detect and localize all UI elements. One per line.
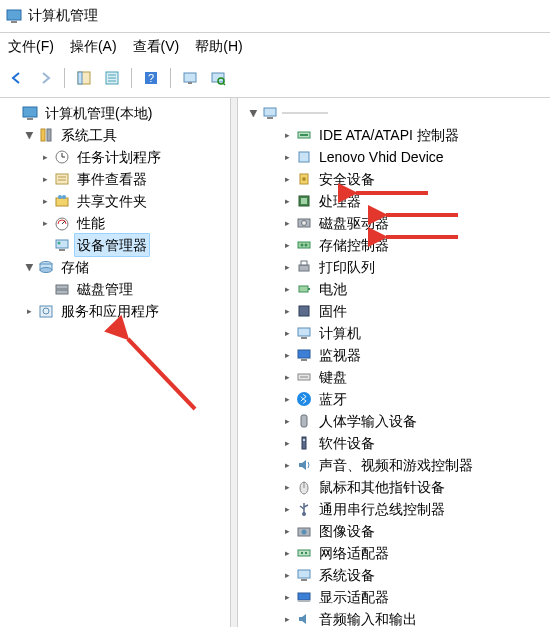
expander-icon[interactable]: ▸ bbox=[280, 414, 294, 428]
expander-icon[interactable]: ▸ bbox=[280, 326, 294, 340]
services-apps-icon bbox=[38, 303, 54, 319]
svg-point-51 bbox=[302, 221, 307, 226]
svg-rect-79 bbox=[301, 552, 303, 554]
mouse-icon bbox=[296, 479, 312, 495]
device-display[interactable]: ▸ 显示适配器 bbox=[240, 586, 550, 608]
expander-icon[interactable]: ▸ bbox=[280, 348, 294, 362]
refresh-button[interactable] bbox=[177, 65, 203, 91]
scan-button[interactable] bbox=[205, 65, 231, 91]
expander-icon[interactable]: ▸ bbox=[280, 260, 294, 274]
hid-icon bbox=[296, 413, 312, 429]
properties-button[interactable] bbox=[99, 65, 125, 91]
menu-action[interactable]: 操作(A) bbox=[66, 36, 129, 58]
tree-shared-folders[interactable]: ▸ 共享文件夹 bbox=[2, 190, 230, 212]
tree-storage[interactable]: ⯆ 存储 bbox=[2, 256, 230, 278]
device-bluetooth[interactable]: ▸ 蓝牙 bbox=[240, 388, 550, 410]
expander-icon[interactable]: ▸ bbox=[280, 216, 294, 230]
tree-performance[interactable]: ▸ 性能 bbox=[2, 212, 230, 234]
expander-icon[interactable]: ▸ bbox=[280, 612, 294, 626]
splitter[interactable] bbox=[231, 98, 238, 627]
svg-rect-58 bbox=[308, 288, 310, 290]
expander-icon[interactable]: ▸ bbox=[38, 194, 52, 208]
expander-icon[interactable]: ▸ bbox=[38, 172, 52, 186]
device-sound[interactable]: ▸ 声音、视频和游戏控制器 bbox=[240, 454, 550, 476]
forward-button[interactable] bbox=[32, 65, 58, 91]
tree-task-scheduler[interactable]: ▸ 任务计划程序 bbox=[2, 146, 230, 168]
tree-event-viewer[interactable]: ▸ 事件查看器 bbox=[2, 168, 230, 190]
device-firmware[interactable]: ▸ 固件 bbox=[240, 300, 550, 322]
monitor-icon bbox=[296, 347, 312, 363]
expander-icon[interactable]: ▸ bbox=[280, 480, 294, 494]
device-lenovo-vhid[interactable]: ▸ Lenovo Vhid Device bbox=[240, 146, 550, 168]
expander-icon[interactable]: ▸ bbox=[280, 568, 294, 582]
network-adapter-icon bbox=[296, 545, 312, 561]
event-viewer-icon bbox=[54, 171, 70, 187]
expander-icon[interactable]: ⯆ bbox=[246, 106, 260, 120]
svg-rect-67 bbox=[301, 415, 307, 427]
device-usb[interactable]: ▸ 通用串行总线控制器 bbox=[240, 498, 550, 520]
device-monitors[interactable]: ▸ 监视器 bbox=[240, 344, 550, 366]
printer-icon bbox=[296, 259, 312, 275]
svg-rect-55 bbox=[299, 265, 309, 271]
device-software[interactable]: ▸ 软件设备 bbox=[240, 432, 550, 454]
tree-label: 存储控制器 bbox=[316, 233, 392, 257]
expander-icon[interactable]: ▸ bbox=[280, 590, 294, 604]
expander-icon[interactable]: ▸ bbox=[280, 370, 294, 384]
device-security[interactable]: ▸ 安全设备 bbox=[240, 168, 550, 190]
tree-label: 网络适配器 bbox=[316, 541, 392, 565]
tree-device-manager[interactable]: 设备管理器 bbox=[2, 234, 230, 256]
device-hid[interactable]: ▸ 人体学输入设备 bbox=[240, 410, 550, 432]
expander-icon[interactable]: ▸ bbox=[280, 172, 294, 186]
tree-services-apps[interactable]: ▸ 服务和应用程序 bbox=[2, 300, 230, 322]
svg-point-27 bbox=[62, 195, 66, 199]
device-system[interactable]: ▸ 系统设备 bbox=[240, 564, 550, 586]
tree-label: 通用串行总线控制器 bbox=[316, 497, 448, 521]
expander-icon[interactable]: ▸ bbox=[280, 436, 294, 450]
device-mice[interactable]: ▸ 鼠标和其他指针设备 bbox=[240, 476, 550, 498]
device-keyboards[interactable]: ▸ 键盘 bbox=[240, 366, 550, 388]
back-button[interactable] bbox=[4, 65, 30, 91]
expander-icon[interactable]: ▸ bbox=[280, 194, 294, 208]
device-computer[interactable]: ▸ 计算机 bbox=[240, 322, 550, 344]
menu-help[interactable]: 帮助(H) bbox=[191, 36, 254, 58]
device-processors[interactable]: ▸ 处理器 bbox=[240, 190, 550, 212]
expander-icon[interactable]: ▸ bbox=[280, 238, 294, 252]
console-tree[interactable]: 计算机管理(本地) ⯆ 系统工具 ▸ 任务计划程序 ▸ bbox=[0, 98, 230, 326]
expander-icon[interactable]: ▸ bbox=[280, 458, 294, 472]
tree-disk-management[interactable]: 磁盘管理 bbox=[2, 278, 230, 300]
tree-system-tools[interactable]: ⯆ 系统工具 bbox=[2, 124, 230, 146]
device-batteries[interactable]: ▸ 电池 bbox=[240, 278, 550, 300]
menu-view[interactable]: 查看(V) bbox=[129, 36, 192, 58]
show-hide-tree-button[interactable] bbox=[71, 65, 97, 91]
expander-icon[interactable]: ▸ bbox=[280, 546, 294, 560]
device-tree[interactable]: ⯆ ▸ IDE ATA/ATAPI 控制器 ▸ Lenovo Vhid Devi… bbox=[238, 98, 550, 627]
expander-icon[interactable]: ▸ bbox=[280, 128, 294, 142]
expander-icon[interactable]: ▸ bbox=[280, 282, 294, 296]
expander-icon[interactable]: ▸ bbox=[280, 150, 294, 164]
tree-root-computer-management[interactable]: 计算机管理(本地) bbox=[2, 102, 230, 124]
menu-file[interactable]: 文件(F) bbox=[4, 36, 66, 58]
device-storage-controllers[interactable]: ▸ 存储控制器 bbox=[240, 234, 550, 256]
expander-icon[interactable]: ⯆ bbox=[22, 260, 36, 274]
device-imaging[interactable]: ▸ 图像设备 bbox=[240, 520, 550, 542]
tree-label: 磁盘管理 bbox=[74, 277, 136, 301]
expander-icon[interactable]: ⯆ bbox=[22, 128, 36, 142]
device-disk-drives[interactable]: ▸ 磁盘驱动器 bbox=[240, 212, 550, 234]
expander-icon[interactable]: ▸ bbox=[280, 502, 294, 516]
svg-rect-1 bbox=[11, 21, 17, 23]
tree-label: 存储 bbox=[58, 255, 92, 279]
expander-icon[interactable]: ▸ bbox=[38, 150, 52, 164]
expander-icon[interactable]: ▸ bbox=[280, 392, 294, 406]
device-audio-io[interactable]: ▸ 音频输入和输出 bbox=[240, 608, 550, 627]
expander-icon[interactable]: ▸ bbox=[38, 216, 52, 230]
expander-icon[interactable]: ▸ bbox=[280, 304, 294, 318]
sound-icon bbox=[296, 457, 312, 473]
expander-icon[interactable]: ▸ bbox=[280, 524, 294, 538]
device-print-queues[interactable]: ▸ 打印队列 bbox=[240, 256, 550, 278]
device-ide[interactable]: ▸ IDE ATA/ATAPI 控制器 bbox=[240, 124, 550, 146]
left-tree-pane: 计算机管理(本地) ⯆ 系统工具 ▸ 任务计划程序 ▸ bbox=[0, 98, 231, 627]
device-network[interactable]: ▸ 网络适配器 bbox=[240, 542, 550, 564]
expander-icon[interactable]: ▸ bbox=[22, 304, 36, 318]
help-button[interactable]: ? bbox=[138, 65, 164, 91]
device-root[interactable]: ⯆ bbox=[240, 102, 550, 124]
